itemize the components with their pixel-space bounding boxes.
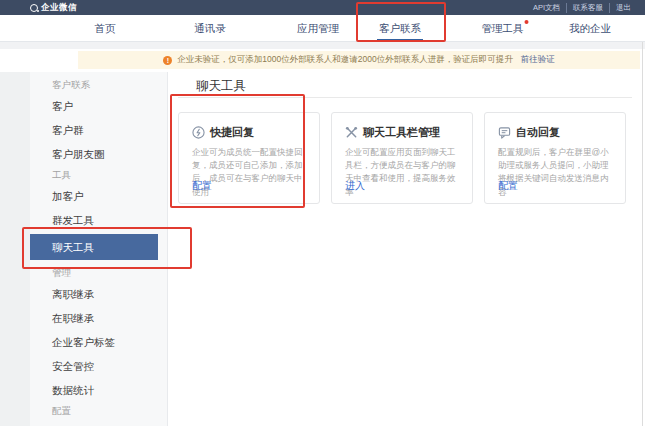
sidebar-item-onjob-inherit[interactable]: 在职继承 <box>30 306 167 330</box>
sidebar-header-tools: 工具 <box>30 166 167 184</box>
auto-reply-icon <box>498 126 511 139</box>
sidebar-item-customer-tags[interactable]: 企业客户标签 <box>30 330 167 354</box>
sidebar-item-security-control[interactable]: 安全管控 <box>30 354 167 378</box>
tab-app-management[interactable]: 应用管理 <box>297 15 339 42</box>
tab-contacts[interactable]: 通讯录 <box>194 15 226 42</box>
card-head: 快捷回复 <box>192 125 306 140</box>
sidebar-item-add-customer[interactable]: 加客户 <box>30 184 167 208</box>
auto-reply-card: 自动回复 配置规则后，客户在群里@小助理或服务人员提问，小助理将根据关键词自动发… <box>484 112 626 204</box>
sidebar-header-management: 管理 <box>30 264 167 282</box>
configure-quick-reply-link[interactable]: 配置 <box>192 179 212 193</box>
nav-divider-band <box>0 42 645 49</box>
tab-management-tools[interactable]: 管理工具 <box>482 15 529 42</box>
tab-management-tools-label: 管理工具 <box>482 22 524 34</box>
chat-toolbar-icon <box>345 126 358 139</box>
api-docs-link[interactable]: API文档 <box>527 3 566 13</box>
enter-chat-toolbar-link[interactable]: 进入 <box>345 179 365 193</box>
title-divider <box>178 97 632 98</box>
notification-dot <box>525 20 529 24</box>
top-bar: 企业微信 API文档 联系客服 退出 <box>0 0 645 15</box>
contact-support-link[interactable]: 联系客服 <box>566 3 609 13</box>
card-title: 聊天工具栏管理 <box>363 125 440 140</box>
warning-icon <box>163 56 172 65</box>
main-nav: 首页 通讯录 应用管理 客户联系 管理工具 我的企业 <box>0 15 645 42</box>
sidebar-item-statistics[interactable]: 数据统计 <box>30 378 167 402</box>
card-head: 聊天工具栏管理 <box>345 125 459 140</box>
topbar-links: API文档 联系客服 退出 <box>527 3 637 13</box>
sidebar-header-customer-contact: 客户联系 <box>30 76 167 94</box>
verification-notice: 企业未验证，仅可添加1000位外部联系人和邀请2000位外部联系人进群，验证后即… <box>78 51 640 69</box>
tab-my-company[interactable]: 我的企业 <box>569 15 611 42</box>
card-title: 快捷回复 <box>210 125 254 140</box>
brand: 企业微信 <box>30 2 77 14</box>
card-head: 自动回复 <box>498 125 612 140</box>
left-gutter <box>0 72 30 426</box>
right-edge-line <box>642 42 643 426</box>
notice-text: 企业未验证，仅可添加1000位外部联系人和邀请2000位外部联系人进群，验证后即… <box>177 54 512 66</box>
card-title: 自动回复 <box>516 125 560 140</box>
quick-reply-card: 快捷回复 企业可为成员统一配置快捷回复，成员还可自己添加，添加后，成员可在与客户… <box>178 112 320 204</box>
sidebar-header-config: 配置 <box>30 402 167 420</box>
configure-auto-reply-link[interactable]: 配置 <box>498 179 518 193</box>
sidebar-item-group-message[interactable]: 群发工具 <box>30 208 167 232</box>
page-title: 聊天工具 <box>196 78 246 95</box>
brand-name: 企业微信 <box>41 2 77 14</box>
sidebar: 客户联系 客户 客户群 客户朋友圈 工具 加客户 群发工具 聊天工具 管理 离职… <box>30 72 168 426</box>
sidebar-item-customer-moments[interactable]: 客户朋友圈 <box>30 142 167 166</box>
wework-logo-icon <box>30 4 38 12</box>
sidebar-item-customers[interactable]: 客户 <box>30 94 167 118</box>
chat-toolbar-card: 聊天工具栏管理 企业可配置应用页面到聊天工具栏，方便成员在与客户的聊天中查看和使… <box>331 112 473 204</box>
active-tab-underline <box>377 39 423 42</box>
sidebar-item-resigned-inherit[interactable]: 离职继承 <box>30 282 167 306</box>
go-verify-link[interactable]: 前往验证 <box>521 54 555 66</box>
quick-reply-icon <box>192 126 205 139</box>
tab-home[interactable]: 首页 <box>95 15 116 42</box>
sidebar-item-customer-groups[interactable]: 客户群 <box>30 118 167 142</box>
sidebar-item-chat-tools[interactable]: 聊天工具 <box>30 234 158 260</box>
logout-link[interactable]: 退出 <box>609 3 637 13</box>
wework-admin-page: 企业微信 API文档 联系客服 退出 首页 通讯录 应用管理 客户联系 管理工具… <box>0 0 645 426</box>
